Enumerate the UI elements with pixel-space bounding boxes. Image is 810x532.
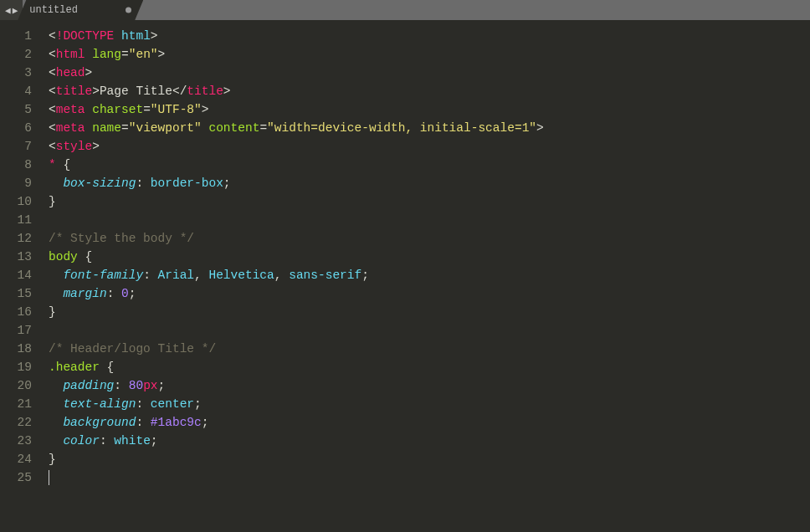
line-number: 16 [0,303,32,321]
line-number: 6 [0,119,32,137]
token: "UTF-8" [151,103,202,116]
token: title [56,84,93,98]
code-line[interactable]: <meta name="viewport" content="width=dev… [49,119,810,137]
token [49,269,63,282]
line-number: 1 [0,27,32,45]
token [85,121,93,135]
line-number: 9 [0,174,32,192]
token [49,397,63,411]
token: } [49,195,56,208]
token: > [202,103,209,116]
token: < [49,29,56,43]
line-number: 7 [0,137,32,156]
token: < [49,121,56,135]
token: { [78,250,92,263]
line-number: 8 [0,156,32,174]
code-line[interactable]: <style> [49,137,810,156]
code-line[interactable]: padding: 80px; [49,376,810,395]
token: ; [158,379,166,392]
token: background [63,416,136,429]
token: html [56,48,85,61]
token: < [49,103,56,116]
line-number: 21 [0,395,32,413]
code-line[interactable]: color: white; [49,432,810,450]
token: Page Title [100,84,172,98]
token: center [151,397,194,411]
code-line[interactable]: text-align: center; [49,395,810,413]
line-number: 4 [0,82,32,100]
token: , [194,269,208,282]
token: { [56,158,70,171]
token: content [208,121,259,135]
token: = [143,103,151,116]
code-line[interactable]: box-sizing: border-box; [49,174,810,192]
code-editor[interactable]: 1234567891011121314151617181920212223242… [0,20,810,532]
line-number: 11 [0,211,32,229]
code-line[interactable]: font-family: Arial, Helvetica, sans-seri… [49,266,810,284]
token: lang [92,48,121,61]
code-line[interactable]: } [49,303,810,321]
line-number: 20 [0,376,32,395]
code-line[interactable]: } [49,450,810,468]
code-line[interactable]: <head> [49,64,810,82]
code-line[interactable]: body { [49,248,810,266]
line-number: 13 [0,248,32,266]
token: ; [223,176,231,190]
token: : [136,397,150,411]
code-line[interactable]: <!DOCTYPE html> [49,27,810,45]
token: * [49,158,56,171]
token: < [49,84,56,98]
line-number-gutter: 1234567891011121314151617181920212223242… [0,20,40,532]
token: = [121,48,129,61]
token [85,48,93,61]
token: > [85,66,93,79]
code-line[interactable]: <title>Page Title</title> [49,82,810,100]
code-line[interactable]: /* Style the body */ [49,229,810,248]
token: padding [63,379,114,392]
code-line[interactable]: background: #1abc9c; [49,413,810,432]
line-number: 15 [0,284,32,303]
token: < [49,48,56,61]
token: = [259,121,267,135]
token: : [136,176,150,190]
token: meta [56,103,85,116]
code-line[interactable] [49,468,810,487]
token: border-box [151,176,223,190]
token: > [151,29,158,43]
arrow-right-icon: ▶ [13,5,18,16]
line-number: 25 [0,468,32,487]
code-line[interactable]: margin: 0; [49,284,810,303]
token: ; [194,397,202,411]
line-number: 24 [0,450,32,468]
code-line[interactable] [49,321,810,340]
token: </ [172,84,187,98]
code-area[interactable]: <!DOCTYPE html><html lang="en"><head><ti… [40,20,810,532]
tab-title: untitled [29,4,78,16]
token: } [49,453,56,466]
code-line[interactable]: <html lang="en"> [49,45,810,64]
code-line[interactable]: * { [49,156,810,174]
token: = [121,121,129,135]
token: px [143,379,157,392]
token: margin [63,287,106,300]
token: /* Style the body */ [49,232,194,245]
token: "en" [129,48,158,61]
file-tab[interactable]: untitled [18,0,143,20]
code-line[interactable]: <meta charset="UTF-8"> [49,100,810,119]
code-line[interactable] [49,211,810,229]
token: Arial [158,269,195,282]
token: name [92,121,121,135]
token: Helvetica [208,269,274,282]
token: ; [129,287,136,300]
line-number: 22 [0,413,32,432]
token [49,379,63,392]
token: html [121,29,151,43]
token: > [536,121,544,135]
code-line[interactable]: .header { [49,358,810,376]
arrow-left-icon: ◀ [5,5,11,16]
code-line[interactable]: /* Header/logo Title */ [49,340,810,358]
code-line[interactable]: } [49,192,810,211]
token: font-family [63,269,143,282]
token: DOCTYPE [63,29,114,43]
token: ; [361,269,369,282]
